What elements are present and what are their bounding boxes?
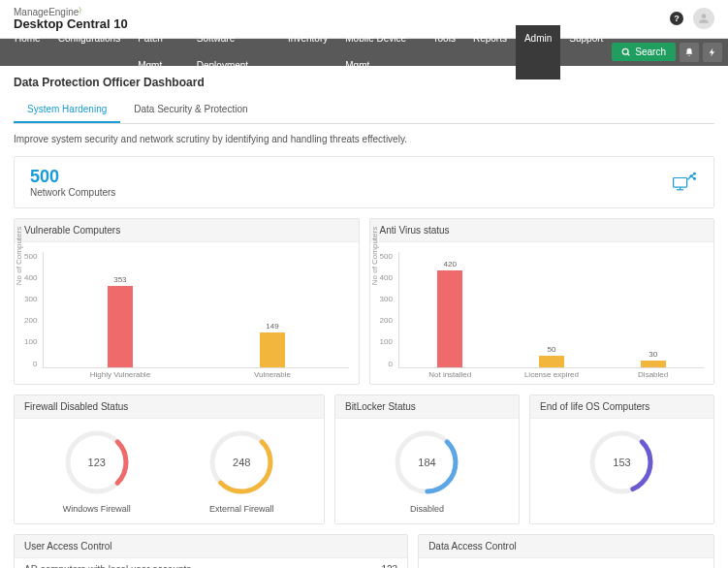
bolt-icon[interactable] [703,43,722,62]
nav-item-home[interactable]: Home [6,25,49,79]
svg-line-1 [628,53,630,55]
panel-title: User Access Control [15,535,407,558]
bar-label: Highly Vulnerable [90,370,150,379]
nav-item-reports[interactable]: Reports [464,25,516,79]
uac-value: 123 [368,564,397,568]
tab-system-hardening[interactable]: System Hardening [14,97,120,123]
panel-title: Vulnerable Computers [15,219,359,242]
bar-label: Disabled [638,370,668,379]
main-nav: HomeConfigurationsPatch MgmtSoftware Dep… [0,39,728,66]
donut-block: 248 External Firewall [169,428,313,514]
donut-chart: 123 [63,428,131,496]
nav-item-mobile-device-mgmt[interactable]: Mobile Device Mgmt [336,25,424,79]
bar-value: 149 [266,322,278,331]
uac-label: AD computers with local user accounts [24,564,262,568]
tabs: System HardeningData Security & Protecti… [14,97,714,124]
user-access-control-panel: User Access Control AD computers with lo… [14,534,408,568]
hero-label: Network Computers [30,187,115,198]
help-icon[interactable]: ? [670,12,683,25]
donut-value: 184 [393,428,460,496]
bitlocker-panel: BitLocker Status 184 Disabled [334,394,520,524]
bar [437,270,462,367]
bar-value: 30 [649,350,657,359]
dac-row: Network Drives mapped:248 [419,562,713,568]
notification-icon[interactable] [680,43,699,62]
page-content: Data Protection Officer Dashboard System… [0,66,728,568]
data-access-control-panel: Data Access Control Network Drives mappe… [418,534,714,568]
hero-card: 500 Network Computers [14,156,714,208]
donut-chart: 153 [587,428,655,496]
vulnerable-bar-chart: 5004003002001000No of Computers353Highly… [24,252,349,368]
panel-title: Anti Virus status [370,219,714,242]
vulnerable-computers-panel: Vulnerable Computers 5004003002001000No … [14,218,360,385]
nav-item-inventory[interactable]: Inventory [279,25,336,79]
panel-title: Firewall Disabled Status [15,395,324,419]
bar [539,356,564,367]
nav-item-patch-mgmt[interactable]: Patch Mgmt [129,25,188,79]
nav-item-admin[interactable]: Admin [516,25,560,79]
donut-chart: 184 [393,428,460,496]
nav-item-support[interactable]: Support [560,25,612,79]
bar-value: 420 [444,260,457,268]
eol-panel: End of life OS Computers 153 [529,394,714,524]
donut-value: 153 [587,428,655,496]
bar [108,286,133,367]
avatar[interactable] [693,8,714,29]
bar-value: 50 [547,345,555,354]
donut-chart: 248 [207,428,275,496]
search-label: Search [635,47,666,57]
antivirus-panel: Anti Virus status 5004003002001000No of … [369,218,715,385]
nav-item-configurations[interactable]: Configurations [49,25,129,79]
search-button[interactable]: Search [612,43,676,61]
hero-value: 500 [30,167,115,187]
subtitle: Improve system security and network scru… [14,134,714,144]
donut-block: 123 Windows Firewall [24,428,169,514]
panel-title: Data Access Control [419,535,713,558]
bar [260,332,285,366]
bar-label: License expired [524,370,579,379]
svg-line-10 [688,175,692,179]
donut-value: 123 [63,428,131,496]
bar-label: Vulnerable [254,370,291,379]
donut-block: 153 [540,428,704,496]
bar [641,361,666,367]
nav-item-tools[interactable]: Tools [425,25,464,79]
nav-item-software-deployment[interactable]: Software Deployment [188,25,279,79]
uac-row[interactable]: AD computers with local user accounts 12… [15,558,407,568]
svg-point-0 [623,48,629,54]
firewall-panel: Firewall Disabled Status 123 Windows Fir… [14,394,325,524]
donut-value: 248 [207,428,275,496]
svg-rect-2 [674,177,687,187]
bar-value: 353 [113,275,126,284]
antivirus-bar-chart: 5004003002001000No of Computers420Not in… [380,252,705,368]
donut-block: 184 Disabled [345,428,509,514]
tab-data-security-protection[interactable]: Data Security & Protection [120,97,261,123]
network-computers-icon [671,171,698,194]
bar-label: Not installed [428,370,471,379]
